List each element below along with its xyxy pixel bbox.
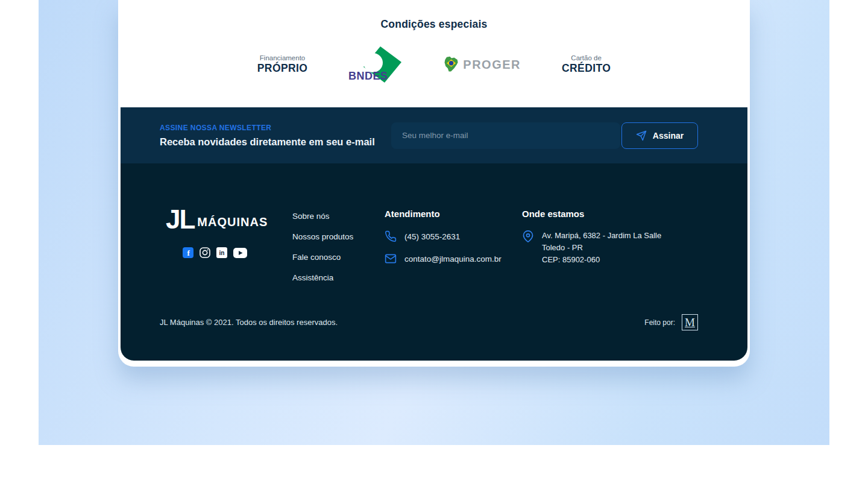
phone-row[interactable]: (45) 3055-2631 xyxy=(385,230,522,242)
credit-card-item: Cartão de CRÉDITO xyxy=(562,54,611,75)
newsletter-form: Assinar xyxy=(391,122,698,149)
subscribe-button-label: Assinar xyxy=(653,131,684,140)
jl-maquinas-logo: JL MÁQUINAS xyxy=(166,209,292,230)
address-row: Av. Maripá, 6382 - Jardim La Salle Toled… xyxy=(522,230,747,267)
payment-logos-row: Financiamento PRÓPRIO BNDES xyxy=(121,46,747,83)
linkedin-icon: in xyxy=(216,247,227,258)
newsletter-email-input[interactable] xyxy=(391,122,620,149)
support-title: Atendimento xyxy=(385,209,522,219)
link-sobre-nos[interactable]: Sobre nós xyxy=(292,212,330,221)
subscribe-button[interactable]: Assinar xyxy=(621,122,698,149)
special-conditions-section: Condições especiais Financiamento PRÓPRI… xyxy=(121,0,747,107)
newsletter-section: ASSINE NOSSA NEWSLETTER Receba novidades… xyxy=(121,107,747,163)
footer-link-item: Assistência xyxy=(292,272,385,283)
proger-wordmark: PROGER xyxy=(463,58,521,72)
copyright-text: JL Máquinas © 2021. Todos os direitos re… xyxy=(160,318,338,327)
financing-own-label-top: Financiamento xyxy=(260,54,305,62)
footer-brand-column: JL MÁQUINAS f xyxy=(166,209,292,292)
proger-logo: PROGER xyxy=(442,55,521,74)
made-by-label: Feito por: xyxy=(644,318,675,327)
phone-icon xyxy=(385,230,397,242)
conditions-title: Condições especiais xyxy=(121,18,747,31)
linkedin-link[interactable]: in xyxy=(216,247,227,258)
made-by-monogram: M xyxy=(685,316,695,329)
page-card: Condições especiais Financiamento PRÓPRI… xyxy=(118,0,750,367)
newsletter-text: ASSINE NOSSA NEWSLETTER Receba novidades… xyxy=(160,124,375,148)
support-column: Atendimento (45) 3055-2631 xyxy=(385,209,522,292)
newsletter-eyebrow: ASSINE NOSSA NEWSLETTER xyxy=(160,124,375,132)
page: Condições especiais Financiamento PRÓPRI… xyxy=(0,0,868,483)
link-assistencia[interactable]: Assistência xyxy=(292,273,333,282)
instagram-icon xyxy=(200,247,210,258)
phone-number: (45) 3055-2631 xyxy=(404,232,460,241)
credit-card-label-bottom: CRÉDITO xyxy=(562,62,611,75)
youtube-icon xyxy=(233,248,247,258)
location-column: Onde estamos Av. Maripá, 6382 - Jardim L… xyxy=(522,209,747,292)
address-line-1: Av. Maripá, 6382 - Jardim La Salle xyxy=(542,230,661,241)
social-links: f xyxy=(183,247,292,258)
made-by: Feito por: M xyxy=(644,314,698,330)
link-fale-conosco[interactable]: Fale conosco xyxy=(292,253,341,262)
mail-icon xyxy=(385,253,397,265)
email-address: contato@jlmaquina.com.br xyxy=(404,254,502,264)
svg-text:in: in xyxy=(219,250,225,256)
financing-own-label-bottom: PRÓPRIO xyxy=(257,62,308,75)
email-row[interactable]: contato@jlmaquina.com.br xyxy=(385,253,522,265)
footer-links-column: Sobre nós Nossos produtos Fale conosco A… xyxy=(292,209,385,292)
credit-card-label-top: Cartão de xyxy=(571,54,602,62)
bndes-logo: BNDES xyxy=(348,46,401,83)
address-line-2: Toledo - PR xyxy=(542,242,661,253)
address-lines: Av. Maripá, 6382 - Jardim La Salle Toled… xyxy=(542,230,661,267)
page-backdrop: Condições especiais Financiamento PRÓPRI… xyxy=(39,0,829,445)
map-pin-icon xyxy=(522,230,534,242)
footer-link-item: Fale conosco xyxy=(292,251,385,262)
bndes-logo-graphic: BNDES xyxy=(348,46,401,83)
link-nossos-produtos[interactable]: Nossos produtos xyxy=(292,232,353,241)
send-icon xyxy=(636,130,647,141)
newsletter-title: Receba novidades diretamente em seu e-ma… xyxy=(160,136,375,148)
facebook-icon: f xyxy=(183,247,193,258)
facebook-link[interactable]: f xyxy=(183,247,193,258)
footer-link-item: Sobre nós xyxy=(292,210,385,221)
youtube-link[interactable] xyxy=(233,248,247,258)
footer-columns: JL MÁQUINAS f xyxy=(160,209,747,292)
financing-own-item: Financiamento PRÓPRIO xyxy=(257,54,308,75)
jl-monogram: JL xyxy=(166,209,194,230)
footer-link-item: Nossos produtos xyxy=(292,231,385,242)
svg-text:f: f xyxy=(187,248,190,257)
location-title: Onde estamos xyxy=(522,209,747,219)
footer-bottom-bar: JL Máquinas © 2021. Todos os direitos re… xyxy=(160,314,698,330)
brand-wordmark: MÁQUINAS xyxy=(197,215,268,229)
address-line-3: CEP: 85902-060 xyxy=(542,254,661,265)
footer-section: JL MÁQUINAS f xyxy=(121,163,747,361)
made-by-logo[interactable]: M xyxy=(682,314,698,330)
instagram-link[interactable] xyxy=(200,247,210,258)
bndes-wordmark: BNDES xyxy=(348,70,388,82)
brazil-map-icon xyxy=(442,55,461,74)
